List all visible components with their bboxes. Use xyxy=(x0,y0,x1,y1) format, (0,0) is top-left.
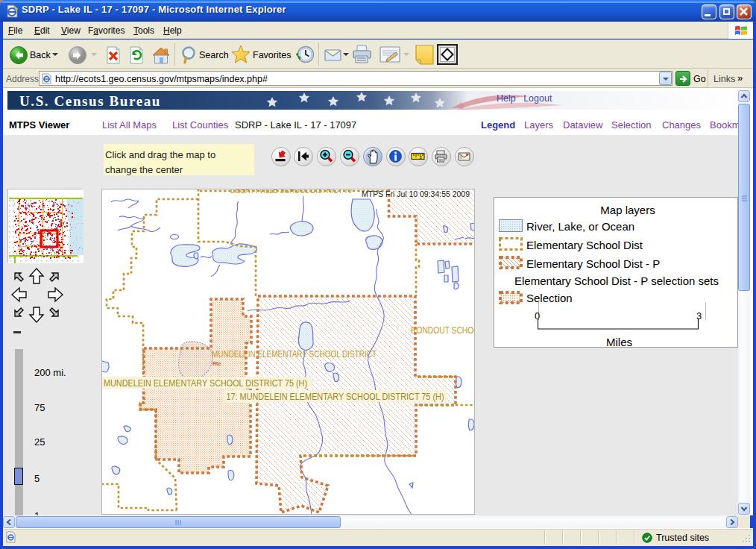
svg-text:Rte: Rte xyxy=(212,361,221,366)
svg-text:17: MUNDELEIN ELEMENTARY SCHOO: 17: MUNDELEIN ELEMENTARY SCHOOL DISTRICT… xyxy=(227,392,444,402)
svg-text:2: 2 xyxy=(420,155,422,160)
svg-text:MUNDELEIN ELEMENTARY SCHOOL DI: MUNDELEIN ELEMENTARY SCHOOL DISTRICT xyxy=(212,349,377,360)
svg-text:MTPS Fri Jul 10 09:34:55 2009: MTPS Fri Jul 10 09:34:55 2009 xyxy=(362,189,470,198)
svg-text:U.S. Census Bureau: U.S. Census Bureau xyxy=(19,93,161,109)
svg-text:RONDOUT SCHOOL: RONDOUT SCHOOL xyxy=(411,325,475,336)
svg-text:MUNDELEIN ELEMENTARY SCHOOL DI: MUNDELEIN ELEMENTARY SCHOOL DISTRICT 75 … xyxy=(104,378,307,389)
svg-text:LIBERTYVILLE SCHOOL DISTRICT 7: LIBERTYVILLE SCHOOL DISTRICT 70 xyxy=(230,189,352,195)
